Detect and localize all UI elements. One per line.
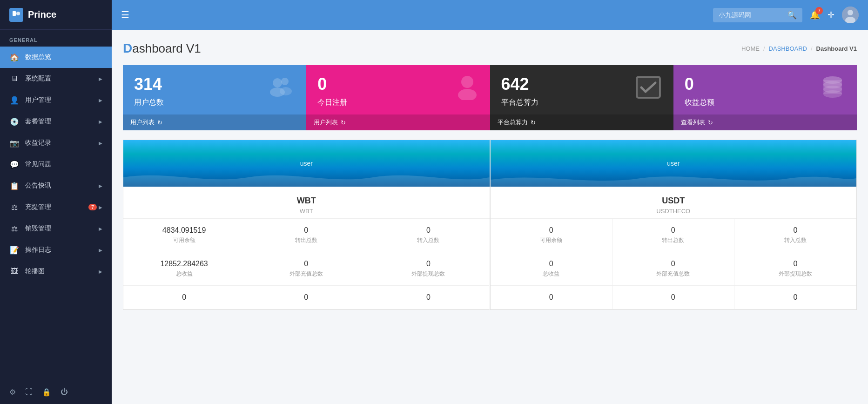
breadcrumb-current: Dashboard V1 <box>816 45 857 52</box>
sidebar-item-announcements[interactable]: 📋 公告快讯 ▶ <box>0 175 112 196</box>
usdt-transfer-out: 0 转出总数 <box>612 219 734 252</box>
stat-number-1: 314 用户总数 <box>134 74 164 108</box>
usdt-ext-deposit: 0 外部充值总数 <box>612 252 734 286</box>
user-avatar[interactable] <box>842 7 859 23</box>
sidebar-logo: Prince <box>0 0 112 30</box>
sidebar-nav: GENERAL 🏠 数据总览 🖥 系统配置 ▶ 👤 用户管理 ▶ 💿 套餐管理 … <box>0 30 112 380</box>
log-icon: 📝 <box>9 245 20 255</box>
usdt-stats-row1: 0 可用余额 0 转出总数 0 转入总数 <box>491 219 857 252</box>
arrow-icon-3: ▶ <box>99 119 102 124</box>
title-d: D <box>123 41 132 55</box>
stat-link-1[interactable]: 用户列表 ↻ <box>123 114 306 130</box>
home-icon: 🏠 <box>9 52 20 62</box>
arrow-icon-4: ▶ <box>99 141 102 146</box>
wbt-currency: WBT WBT <box>123 187 490 219</box>
stat-card-total-users: 314 用户总数 用户列表 ↻ <box>123 65 306 130</box>
usdt-available: 0 可用余额 <box>491 219 612 252</box>
menu-toggle-icon[interactable]: ☰ <box>121 9 129 20</box>
svg-rect-0 <box>13 11 16 16</box>
sidebar-label-system: 系统配置 <box>25 74 99 83</box>
power-icon[interactable]: ⏻ <box>61 388 68 397</box>
wbt-user-label: user <box>300 160 313 167</box>
sidebar-footer: ⚙ ⛶ 🔒 ⏻ <box>0 380 112 404</box>
checkmark-icon <box>634 74 662 105</box>
breadcrumb-sep-1: / <box>763 45 765 52</box>
wbt-stats-row3: 0 0 0 <box>123 286 490 310</box>
stat-card-top-2: 0 今日注册 <box>317 74 478 108</box>
sidebar-label-logs: 操作日志 <box>25 246 99 254</box>
chart-card-wbt: user WBT WBT 4834.091519 可用余额 0 <box>123 140 490 310</box>
app-name: Prince <box>28 9 56 20</box>
page-header: Dashboard V1 HOME / DASHBOARD / Dashboar… <box>123 41 857 56</box>
sidebar-label-announcements: 公告快讯 <box>25 182 99 190</box>
sidebar-item-faq[interactable]: 💬 常见问题 <box>0 154 112 175</box>
sidebar-item-packages[interactable]: 💿 套餐管理 ▶ <box>0 111 112 132</box>
withdrawal-badge: 7 <box>88 204 97 210</box>
package-icon: 💿 <box>9 116 20 127</box>
search-input[interactable] <box>719 11 784 19</box>
topbar: ☰ 🔍 🔔 7 ✛ <box>112 0 868 30</box>
wbt-name: WBT <box>123 196 490 206</box>
stat-cards-grid: 314 用户总数 用户列表 ↻ <box>123 65 857 130</box>
system-icon: 🖥 <box>9 74 20 84</box>
lock-icon[interactable]: 🔒 <box>42 388 51 397</box>
users-icon <box>267 74 295 103</box>
sidebar-item-system[interactable]: 🖥 系统配置 ▶ <box>0 68 112 89</box>
sidebar-item-logs[interactable]: 📝 操作日志 ▶ <box>0 239 112 261</box>
svg-point-10 <box>458 89 477 100</box>
chart-header-wbt: user <box>123 140 490 187</box>
svg-point-18 <box>823 90 842 98</box>
breadcrumb-dashboard[interactable]: DASHBOARD <box>769 45 807 52</box>
faq-icon: 💬 <box>9 159 20 169</box>
crosshair-icon[interactable]: ✛ <box>828 10 834 20</box>
arrow-icon-7: ▶ <box>99 226 102 231</box>
wbt-r3-c3: 0 <box>367 286 489 310</box>
search-icon[interactable]: 🔍 <box>787 11 797 20</box>
chart-body-wbt: WBT WBT 4834.091519 可用余额 0 转出总数 <box>123 187 490 310</box>
stat-card-total-earnings: 0 收益总额 <box>673 65 857 130</box>
usdt-r3-c2: 0 <box>612 286 734 310</box>
stat-number-3: 642 平台总算力 <box>501 74 538 108</box>
arrow-icon-8: ▶ <box>99 248 102 253</box>
wbt-transfer-out: 0 转出总数 <box>245 219 367 252</box>
wbt-ext-withdraw: 0 外部提现总数 <box>367 252 489 286</box>
user-icon: 👤 <box>9 95 20 105</box>
database-icon <box>820 74 846 105</box>
usdt-r3-c3: 0 <box>734 286 856 310</box>
sidebar-item-dashboard[interactable]: 🏠 数据总览 <box>0 47 112 68</box>
breadcrumb-home[interactable]: HOME <box>741 45 760 52</box>
stat-number-4: 0 收益总额 <box>685 74 714 108</box>
breadcrumb: HOME / DASHBOARD / Dashboard V1 <box>741 45 857 52</box>
expand-icon[interactable]: ⛶ <box>25 388 33 397</box>
sidebar-label-destruction: 销毁管理 <box>25 224 99 233</box>
breadcrumb-sep-2: / <box>811 45 813 52</box>
destruction-icon: ⚖ <box>9 223 20 234</box>
stat-link-3[interactable]: 平台总算力 ↻ <box>490 114 673 130</box>
sidebar-section-label: GENERAL <box>0 30 112 47</box>
main-area: ☰ 🔍 🔔 7 ✛ Dashboard V1 HOME <box>112 0 868 404</box>
arrow-icon: ▶ <box>99 76 102 81</box>
sidebar-item-destruction[interactable]: ⚖ 销毁管理 ▶ <box>0 218 112 239</box>
sidebar-item-carousel[interactable]: 🖼 轮播图 ▶ <box>0 261 112 282</box>
sidebar-label-users: 用户管理 <box>25 96 99 104</box>
stat-link-2[interactable]: 用户列表 ↻ <box>306 114 490 130</box>
sidebar-item-earnings[interactable]: 📷 收益记录 ▶ <box>0 132 112 154</box>
sidebar-label-faq: 常见问题 <box>25 160 102 168</box>
wbt-transfer-in: 0 转入总数 <box>367 219 489 252</box>
sidebar-item-withdrawals[interactable]: ⚖ 充提管理 7 ▶ <box>0 196 112 218</box>
wbt-stats-row2: 12852.284263 总收益 0 外部充值总数 0 外部提现总数 <box>123 252 490 286</box>
stat-link-4[interactable]: 查看列表 ↻ <box>673 114 857 130</box>
usdt-stats-row2: 0 总收益 0 外部充值总数 0 外部提现总数 <box>491 252 857 286</box>
carousel-icon: 🖼 <box>9 266 20 276</box>
chart-card-usdt: user USDT USDTHECO 0 可用余额 0 转出 <box>490 140 857 310</box>
settings-icon[interactable]: ⚙ <box>9 388 16 397</box>
sidebar-label-withdrawals: 充提管理 <box>25 203 88 211</box>
wbt-total-earnings: 12852.284263 总收益 <box>123 252 245 286</box>
stat-number-2: 0 今日注册 <box>317 74 347 108</box>
usdt-user-label: user <box>667 160 680 167</box>
charts-section: user WBT WBT 4834.091519 可用余额 0 <box>123 140 857 310</box>
page-title: Dashboard V1 <box>123 41 201 56</box>
chart-header-usdt: user <box>491 140 857 187</box>
sidebar-item-users[interactable]: 👤 用户管理 ▶ <box>0 89 112 111</box>
notification-icon[interactable]: 🔔 7 <box>810 10 820 20</box>
